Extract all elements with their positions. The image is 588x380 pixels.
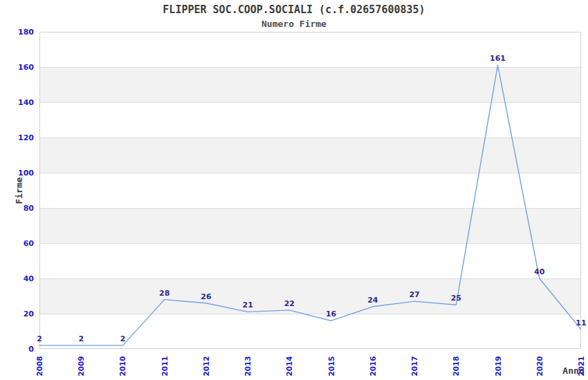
y-tick-label: 140 [0,98,34,107]
data-line [39,65,581,345]
plot-border [40,32,581,349]
data-label: 161 [490,54,506,63]
y-tick-label: 160 [0,63,34,72]
data-label: 16 [326,310,336,319]
data-label: 2 [78,334,84,343]
data-label: 25 [451,294,461,303]
data-label: 24 [367,296,378,305]
y-tick-label: 0 [0,345,34,354]
y-tick-label: 60 [0,239,34,248]
x-tick-label: 2017 [410,356,419,376]
x-tick-label: 2020 [535,356,544,376]
x-tick-label: 2018 [452,356,460,376]
chart-subtitle: Numero Firme [0,19,588,29]
y-tick-label: 40 [0,274,34,283]
data-label: 40 [534,267,544,276]
x-tick-label: 2019 [494,356,502,376]
x-tick-label: 2010 [118,356,127,376]
chart-title: FLIPPER SOC.COOP.SOCIALI (c.f.0265760083… [0,3,588,16]
x-tick-label: 2012 [202,356,210,376]
data-label: 22 [284,299,295,308]
x-tick-label: 2016 [369,356,377,376]
data-label: 26 [201,292,211,301]
x-tick-label: 2015 [327,356,336,376]
x-tick-label: 2013 [244,356,252,376]
plot-area [39,32,581,349]
y-tick-label: 20 [0,310,34,319]
x-tick-label: 2021 [577,356,585,376]
data-label: 2 [120,334,126,343]
x-tick-label: 2011 [160,356,169,376]
chart-container: FLIPPER SOC.COOP.SOCIALI (c.f.0265760083… [0,0,588,380]
y-tick-label: 80 [0,204,34,213]
line-series-svg [39,32,581,349]
data-label: 28 [159,289,169,298]
data-label: 2 [37,334,42,343]
data-label: 27 [409,290,419,299]
data-label: 11 [576,319,586,327]
x-tick-label: 2009 [77,356,85,376]
y-tick-label: 180 [0,28,34,37]
y-tick-label: 100 [0,169,34,178]
data-label: 21 [242,301,252,310]
x-tick-label: 2008 [35,356,44,376]
y-axis-title: Firme [14,177,24,204]
y-tick-label: 120 [0,133,34,142]
x-tick-label: 2014 [285,356,293,376]
